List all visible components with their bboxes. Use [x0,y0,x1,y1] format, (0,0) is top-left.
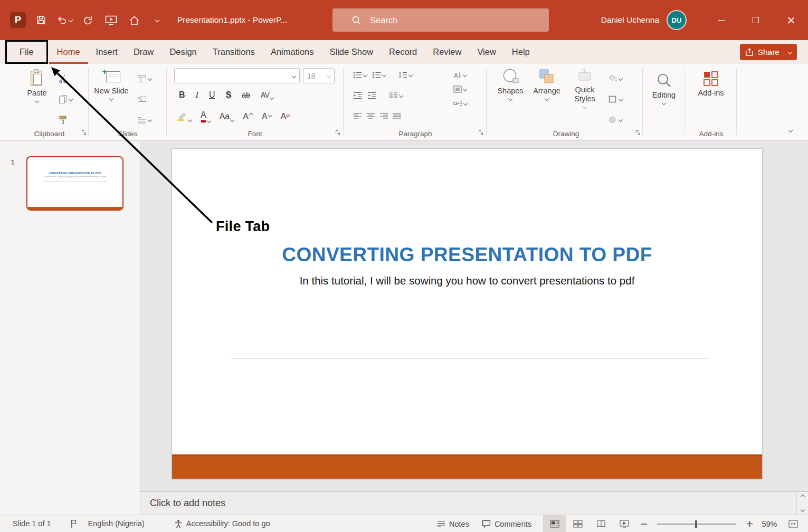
format-painter-button[interactable] [58,113,72,127]
collapse-ribbon-button[interactable] [789,125,792,134]
decrease-indent-button[interactable] [353,92,362,99]
paragraph-dialog-launcher[interactable] [478,128,483,137]
tab-file[interactable]: File [5,40,48,64]
zoom-in-button[interactable] [742,515,757,532]
columns-dropdown-icon[interactable] [399,93,403,98]
shapes-button[interactable]: Shapes [494,68,527,100]
section-button[interactable] [137,113,151,127]
text-direction-dropdown-icon[interactable] [463,73,467,77]
font-size-input[interactable] [307,72,326,80]
shape-outline-button[interactable] [608,92,622,106]
font-size-combobox[interactable] [303,68,335,83]
bullets-dropdown-icon[interactable] [363,73,367,77]
layout-button[interactable] [137,72,151,86]
text-highlight-button[interactable] [175,110,193,122]
line-spacing-dropdown-icon[interactable] [408,73,413,77]
text-direction-button[interactable] [453,71,467,79]
copy-dropdown-icon[interactable] [69,97,73,101]
shapes-dropdown-icon[interactable] [508,97,512,101]
font-name-combobox[interactable] [174,68,300,83]
notes-placeholder[interactable]: Click to add notes [150,498,225,509]
align-right-button[interactable] [379,112,388,120]
arrange-dropdown-icon[interactable] [545,97,549,101]
line-spacing-button[interactable] [398,71,412,79]
slide-title[interactable]: CONVERTING PRESENTATION TO PDF [172,244,762,266]
strikethrough-button[interactable]: ab [240,90,252,100]
bullets-button[interactable] [353,71,367,79]
paste-button[interactable]: Paste [21,69,53,102]
search-input[interactable] [370,15,528,25]
slide[interactable]: CONVERTING PRESENTATION TO PDF In this t… [172,148,763,479]
fit-slide-to-window-button[interactable] [782,515,805,532]
minimize-button[interactable] [704,0,738,40]
shape-fill-button[interactable] [608,72,622,86]
change-case-dropdown-icon[interactable] [230,117,234,121]
notes-scrollbar[interactable] [796,491,808,515]
tab-transitions[interactable]: Transitions [205,40,263,64]
paste-dropdown-icon[interactable] [35,99,39,103]
font-name-dropdown-icon[interactable] [292,73,296,78]
share-button[interactable]: Share [740,44,797,60]
tab-draw[interactable]: Draw [126,40,162,64]
clear-formatting-button[interactable]: A [279,111,292,122]
slideshow-view-button[interactable] [613,515,636,532]
shape-fill-dropdown-icon[interactable] [619,77,623,81]
font-name-input[interactable] [178,72,290,80]
editing-button[interactable]: Editing [648,72,680,104]
copy-button[interactable] [58,92,72,106]
columns-button[interactable] [389,92,403,99]
italic-button[interactable]: I [194,89,200,101]
tab-animations[interactable]: Animations [263,40,322,64]
arrange-button[interactable]: Arrange [530,68,564,100]
layout-dropdown-icon[interactable] [148,77,152,81]
zoom-out-button[interactable] [636,515,652,532]
slide-thumbnail[interactable]: CONVERTING PRESENTATION TO PDF In this t… [26,156,123,211]
tab-view[interactable]: View [469,40,503,64]
slide-subtitle[interactable]: In this tutorial, I will be sowing you h… [172,274,762,287]
user-name[interactable]: Daniel Uchenna [601,15,659,25]
cut-button[interactable] [58,72,72,86]
undo-button[interactable] [54,8,75,32]
notes-pane[interactable]: Click to add notes [140,491,796,515]
drawing-dialog-launcher[interactable] [635,128,641,137]
quick-styles-button[interactable]: Quick Styles [567,68,603,108]
user-avatar[interactable]: DU [668,11,686,29]
tab-record[interactable]: Record [381,40,425,64]
increase-indent-button[interactable] [367,92,376,99]
convert-to-smartart-button[interactable] [453,100,467,107]
underline-button[interactable]: U [207,89,217,101]
zoom-slider[interactable] [657,524,736,525]
align-center-button[interactable] [366,112,375,120]
align-left-button[interactable] [353,112,362,120]
font-size-dropdown-icon[interactable] [327,74,331,78]
customize-quick-access-toolbar-button[interactable] [147,8,168,32]
scroll-up-icon[interactable] [800,495,804,499]
smartart-dropdown-icon[interactable] [463,101,468,106]
character-spacing-button[interactable]: AV [259,90,275,100]
text-shadow-button[interactable]: S [224,89,233,101]
numbering-button[interactable] [372,71,386,79]
tab-home[interactable]: Home [49,40,88,64]
save-button[interactable] [31,8,52,32]
shape-effects-button[interactable] [608,113,622,127]
share-dropdown-icon[interactable] [788,50,792,54]
tab-help[interactable]: Help [504,40,538,64]
highlight-dropdown-icon[interactable] [188,118,192,122]
tab-design[interactable]: Design [161,40,204,64]
numbering-dropdown-icon[interactable] [382,73,386,77]
search-bar[interactable] [332,8,549,32]
comments-button[interactable]: Comments [482,520,531,528]
slide-sorter-view-button[interactable] [566,515,590,532]
bold-button[interactable]: B [177,89,187,101]
addins-button[interactable]: Add-ins [695,70,727,98]
new-slide-dropdown-icon[interactable] [109,97,113,101]
zoom-slider-thumb[interactable] [695,520,697,528]
scroll-down-icon[interactable] [800,508,804,512]
align-text-dropdown-icon[interactable] [463,87,467,91]
editing-dropdown-icon[interactable] [662,101,666,105]
decrease-font-size-button[interactable]: A [260,111,273,122]
language-button[interactable]: English (Nigeria) [88,519,145,528]
redo-button[interactable] [77,8,98,32]
shape-effects-dropdown-icon[interactable] [619,118,623,122]
change-case-button[interactable]: Aa [218,111,236,122]
